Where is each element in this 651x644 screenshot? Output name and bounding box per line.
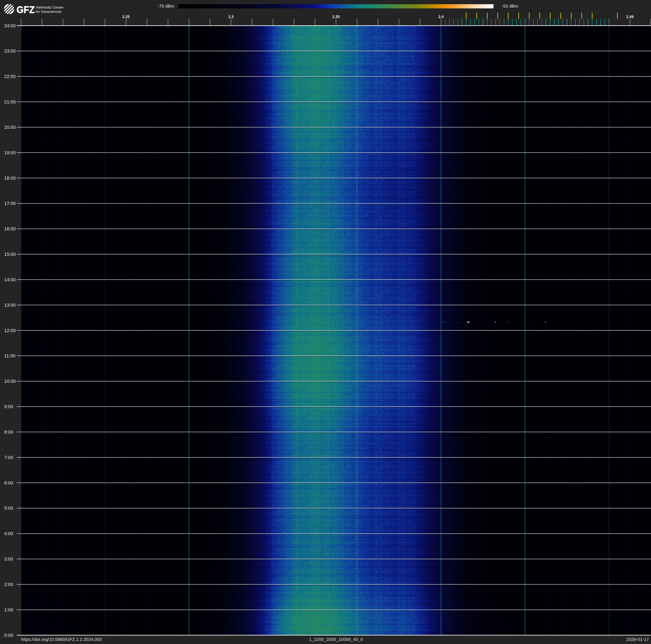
svg-text:GFZ: GFZ bbox=[17, 4, 35, 15]
svg-text:1_2200_2500_10000_40_0: 1_2200_2500_10000_40_0 bbox=[309, 637, 363, 642]
svg-text:2.4: 2.4 bbox=[438, 15, 443, 19]
svg-text:12:00: 12:00 bbox=[4, 328, 16, 333]
svg-text:20:00: 20:00 bbox=[4, 125, 16, 130]
svg-text:22:00: 22:00 bbox=[4, 74, 16, 79]
svg-text:14:00: 14:00 bbox=[4, 277, 16, 282]
svg-text:2.35: 2.35 bbox=[332, 15, 340, 19]
svg-text:23:00: 23:00 bbox=[4, 48, 16, 54]
svg-text:9:00: 9:00 bbox=[4, 404, 13, 409]
svg-text:17:00: 17:00 bbox=[4, 201, 16, 206]
svg-text:2026-01-17: 2026-01-17 bbox=[626, 637, 649, 642]
svg-text:2.49: 2.49 bbox=[626, 15, 633, 19]
svg-text:-55 dBm: -55 dBm bbox=[502, 4, 518, 8]
svg-text:24:00: 24:00 bbox=[4, 23, 16, 28]
svg-text:3:00: 3:00 bbox=[4, 556, 13, 562]
svg-text:13:00: 13:00 bbox=[4, 302, 16, 308]
svg-text:for Geosciences: for Geosciences bbox=[36, 10, 62, 14]
svg-text:5:00: 5:00 bbox=[4, 505, 13, 511]
svg-text:0:00: 0:00 bbox=[4, 633, 13, 638]
svg-text:11:00: 11:00 bbox=[4, 353, 15, 358]
svg-text:-75 dBm: -75 dBm bbox=[158, 4, 174, 8]
svg-text:16:00: 16:00 bbox=[4, 226, 16, 231]
svg-text:6:00: 6:00 bbox=[4, 480, 13, 486]
svg-text:10:00: 10:00 bbox=[4, 379, 16, 384]
svg-text:15:00: 15:00 bbox=[4, 252, 16, 257]
svg-text:2.25: 2.25 bbox=[122, 15, 130, 19]
svg-text:18:00: 18:00 bbox=[4, 176, 16, 181]
svg-text:https://doi.org/10.5880/GFZ.1.: https://doi.org/10.5880/GFZ.1.2.2024.003 bbox=[21, 637, 102, 642]
svg-text:2:00: 2:00 bbox=[4, 582, 13, 587]
svg-text:8:00: 8:00 bbox=[4, 430, 13, 435]
svg-text:Helmholtz Centre: Helmholtz Centre bbox=[36, 5, 63, 9]
svg-text:2.3: 2.3 bbox=[228, 15, 234, 19]
svg-text:19:00: 19:00 bbox=[4, 150, 16, 155]
svg-text:4:00: 4:00 bbox=[4, 531, 13, 536]
svg-text:7:00: 7:00 bbox=[4, 455, 13, 460]
svg-text:21:00: 21:00 bbox=[4, 99, 16, 105]
svg-text:1:00: 1:00 bbox=[4, 607, 13, 612]
